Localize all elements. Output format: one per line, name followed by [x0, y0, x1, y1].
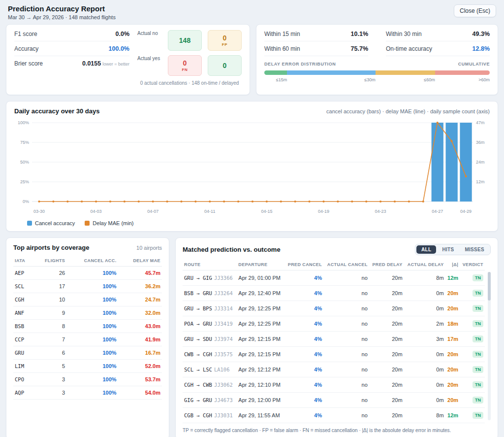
metric-label: F1 score: [14, 31, 37, 37]
airport-delay-mae: 45.7m: [118, 267, 162, 280]
match-route: POA → GRUJJ3419: [183, 316, 237, 332]
flight-number: JJ4673: [214, 397, 233, 403]
report-subtitle: Mar 30 → Apr 29, 2026 · 148 matched flig…: [8, 14, 116, 20]
route-codes: CGH → CWB: [184, 382, 212, 388]
match-delta: 20m: [445, 286, 460, 301]
scrollbar-track[interactable]: [488, 272, 491, 420]
legend-swatch: [27, 221, 32, 226]
match-verdict: TN: [460, 332, 485, 347]
flight-number: JJ3974: [214, 336, 233, 342]
match-route: GRU → SDUJJ3974: [183, 332, 237, 347]
matched-column-delta: |Δ|: [445, 259, 460, 270]
daily-accuracy-chart: 0%25%50%75%100%12m24m36m47m03-3004-0304-…: [14, 119, 490, 215]
match-actual-delay: 0m: [404, 301, 445, 316]
delay-mae-point: [422, 201, 424, 202]
match-departure: Apr 29, 11:55 AM: [237, 408, 284, 423]
svg-text:03-30: 03-30: [33, 209, 45, 214]
match-row: BSB → GRUJJ3264Apr 29, 12:40 PM4%no20m0m…: [183, 286, 485, 301]
confusion-cell: 0FP: [208, 30, 242, 51]
airport-row-scl: SCL17100%36.2m: [13, 280, 162, 293]
delay-mae-point: [337, 201, 339, 202]
metric-row-accuracy: Accuracy100.0%: [14, 41, 129, 56]
airports-column-cancel-acc: CANCEL ACC.: [66, 255, 118, 267]
matched-column-route: ROUTE: [183, 259, 237, 270]
svg-text:04-27: 04-27: [432, 209, 443, 214]
chart-caption: cancel accuracy (bars) · delay MAE (line…: [326, 108, 490, 114]
airport-iata: SCL: [13, 280, 33, 293]
delay-stat-on-time-accuracy: On-time accuracy12.8%: [386, 41, 490, 56]
route-codes: GRU → GIG: [184, 275, 212, 281]
scrollbar-thumb[interactable]: [488, 272, 491, 301]
delay-metrics-card: Within 15 min10.1%Within 30 min49.3%With…: [256, 24, 498, 95]
delay-distribution-labels: ≤15m≤30m≤60m>60m: [264, 77, 490, 82]
route-codes: CGB → CGH: [184, 412, 212, 418]
match-row: CGB → CGHJJ3031Apr 29, 11:55 AM4%no20m8m…: [183, 408, 485, 423]
confusion-cell: 0FN: [168, 55, 202, 76]
matched-table-footnote: TP = correctly flagged cancellation · FP…: [183, 428, 491, 433]
delay-mae-point: [465, 175, 467, 177]
flight-number: LA106: [214, 367, 230, 372]
delay-mae-point: [38, 201, 40, 202]
airport-iata: AEP: [13, 267, 33, 280]
metric-label: Brier score: [14, 60, 43, 67]
dist-segment-label: ≤60m: [376, 77, 435, 82]
airport-row-aep: AEP26100%45.7m: [13, 267, 162, 280]
match-route: BSB → GRUJJ3264: [183, 286, 237, 301]
metric-suffix: lower = better: [102, 62, 129, 67]
match-verdict: TN: [460, 377, 485, 393]
svg-text:47m: 47m: [476, 120, 485, 125]
stat-label: Within 30 min: [386, 31, 422, 37]
matched-card-title: Matched prediction vs. outcome: [183, 246, 281, 253]
airport-row-anf: ANF9100%32.0m: [13, 306, 162, 320]
match-pred-cancel: 4%: [284, 270, 323, 286]
match-actual-cancel: no: [323, 286, 369, 301]
airport-delay-mae: 54.0m: [118, 386, 162, 400]
match-verdict: TN: [460, 347, 485, 362]
delay-stat-grid: Within 15 min10.1%Within 30 min49.3%With…: [264, 27, 490, 56]
airport-flights: 17: [33, 280, 67, 293]
filter-misses[interactable]: MISSES: [460, 245, 489, 254]
airport-cancel-acc: 100%: [66, 320, 118, 333]
airports-header-row: IATAFLIGHTSCANCEL ACC.DELAY MAE: [13, 255, 162, 267]
matched-column-pred-cancel: PRED CANCEL: [284, 259, 323, 270]
match-departure: Apr 29, 12:12 PM: [237, 362, 284, 377]
match-pred-delay: 20m: [369, 286, 404, 301]
airport-cancel-acc: 100%: [66, 293, 118, 306]
dist-segment-60m: [376, 70, 435, 75]
match-pred-cancel: 4%: [284, 286, 323, 301]
filter-hits[interactable]: HITS: [437, 245, 459, 254]
gridlines: [32, 123, 473, 202]
match-row: CGH → CWBJJ3062Apr 29, 12:10 PM4%no20m0m…: [183, 377, 485, 393]
match-actual-cancel: no: [323, 408, 369, 423]
confusion-cell-value: 148: [179, 37, 190, 44]
summary-row: F1 score0.0%Accuracy100.0%Brier score0.0…: [6, 24, 498, 95]
close-button[interactable]: Close (Esc): [454, 4, 496, 17]
airport-delay-mae: 41.9m: [118, 333, 162, 346]
match-actual-delay: 0m: [404, 393, 445, 408]
airport-row-aqp: AQP3100%54.0m: [13, 386, 162, 400]
match-departure: Apr 29, 12:25 PM: [237, 316, 284, 332]
match-route: GIG → GRUJJ4673: [183, 393, 237, 408]
match-delta: 18m: [445, 316, 460, 332]
svg-text:0%: 0%: [23, 199, 29, 204]
airport-flights: 3: [33, 386, 67, 400]
delay-mae-point: [365, 201, 367, 202]
match-actual-delay: 0m: [404, 362, 445, 377]
airport-cancel-acc: 100%: [66, 386, 118, 400]
match-pred-delay: 20m: [369, 408, 404, 423]
score-metric-list: F1 score0.0%Accuracy100.0%Brier score0.0…: [14, 27, 129, 91]
verdict-badge: TN: [472, 366, 483, 373]
matched-column-departure: DEPARTURE: [237, 259, 284, 270]
delay-mae-point: [252, 201, 253, 202]
filter-all[interactable]: ALL: [416, 245, 436, 254]
match-pred-delay: 20m: [369, 316, 404, 332]
delay-mae-point: [138, 201, 140, 202]
delay-mae-point: [408, 201, 410, 202]
matched-table-wrap: ROUTEDEPARTUREPRED CANCELACTUAL CANCELPR…: [183, 259, 491, 423]
flight-number: JJ3575: [214, 351, 233, 357]
confusion-cell-sublabel: FN: [182, 67, 188, 72]
match-verdict: TN: [460, 301, 485, 316]
delay-stat-within-15-min: Within 15 min10.1%: [264, 27, 368, 41]
airport-flights: 9: [33, 306, 67, 320]
airports-table: IATAFLIGHTSCANCEL ACC.DELAY MAEAEP26100%…: [13, 255, 162, 400]
